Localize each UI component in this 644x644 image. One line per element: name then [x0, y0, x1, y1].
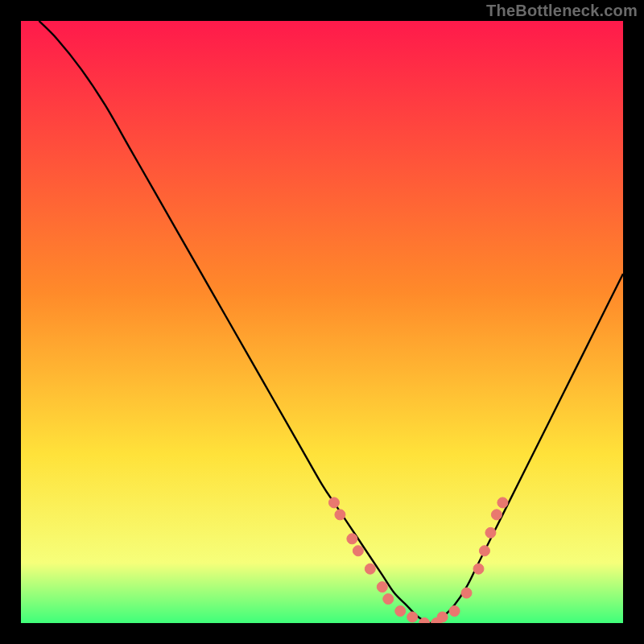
curve-marker [461, 588, 472, 598]
bottleneck-chart [21, 21, 623, 623]
curve-marker [497, 497, 508, 508]
curve-marker [449, 606, 460, 617]
curve-marker [353, 546, 363, 556]
curve-marker [407, 612, 418, 622]
curve-marker [365, 564, 375, 574]
curve-marker [491, 510, 502, 520]
curve-marker [473, 564, 484, 574]
curve-marker [347, 534, 357, 544]
chart-background [21, 21, 623, 623]
curve-marker [377, 582, 387, 592]
curve-marker [335, 510, 345, 520]
curve-marker [328, 497, 339, 508]
curve-marker [437, 612, 448, 622]
curve-marker [485, 527, 496, 538]
curve-marker [395, 606, 406, 617]
curve-marker [479, 546, 489, 556]
watermark-text: TheBottleneck.com [486, 2, 638, 20]
curve-marker [383, 594, 394, 605]
chart-frame [21, 21, 623, 623]
